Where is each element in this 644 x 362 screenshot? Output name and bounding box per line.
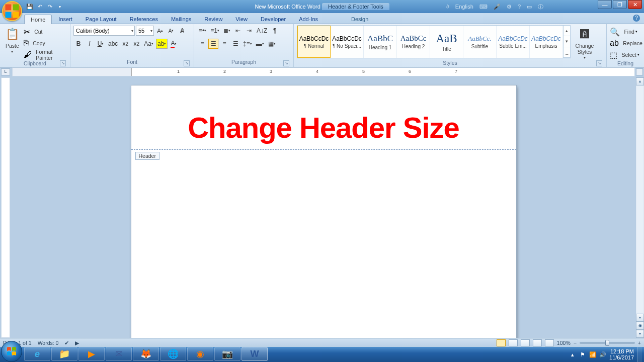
taskbar-ie[interactable]: e <box>24 347 50 361</box>
style-item-subtitle[interactable]: AaBbCc.Subtitle <box>463 26 497 58</box>
strikethrough-button[interactable]: abc <box>107 39 119 49</box>
tab-mailings[interactable]: Mailings <box>165 14 198 24</box>
close-button[interactable]: ✕ <box>628 0 642 9</box>
undo-icon[interactable]: ↶ <box>35 2 44 11</box>
tab-view[interactable]: View <box>229 14 254 24</box>
align-left-button[interactable]: ≡ <box>197 39 207 49</box>
language-label[interactable]: English <box>455 4 473 10</box>
tab-references[interactable]: References <box>123 14 165 24</box>
word-count[interactable]: Words: 0 <box>38 340 59 346</box>
previous-page-button[interactable]: ◉ <box>636 322 644 330</box>
cut-button[interactable]: ✂ Cut <box>24 26 67 37</box>
zoom-slider[interactable] <box>580 342 635 344</box>
shrink-font-button[interactable]: A▾ <box>166 26 176 36</box>
taskbar-media-player[interactable]: ▶ <box>78 347 105 361</box>
subscript-button[interactable]: x2 <box>120 39 130 49</box>
horizontal-ruler[interactable]: 1234567 <box>12 67 635 76</box>
scroll-up-button[interactable]: ▴ <box>636 77 644 85</box>
tab-review[interactable]: Review <box>198 14 229 24</box>
style-item-title[interactable]: AaBTitle <box>430 26 463 58</box>
decrease-indent-button[interactable]: ⇤ <box>233 26 243 36</box>
replace-button[interactable]: ab Replace <box>610 38 642 49</box>
tab-selector[interactable]: L <box>1 68 10 75</box>
styles-gallery[interactable]: AaBbCcDc¶ NormalAaBbCcDc¶ No Spaci...AaB… <box>297 25 571 58</box>
taskbar-explorer[interactable]: 📁 <box>51 347 77 361</box>
tab-design[interactable]: Design <box>345 14 375 24</box>
print-layout-view[interactable] <box>497 339 506 346</box>
tray-volume-icon[interactable]: 🔊 <box>599 351 606 358</box>
language-bar[interactable]: ঔ English ⌨ 🎤 ⚙ ? ▭ ⓘ <box>446 3 543 11</box>
help-icon[interactable]: ? <box>633 15 640 22</box>
taskbar-word[interactable]: W <box>242 347 268 361</box>
format-painter-button[interactable]: 🖌 Format Painter <box>24 49 67 60</box>
justify-button[interactable]: ☰ <box>230 39 240 49</box>
multilevel-list-button[interactable]: ≣▾ <box>222 26 232 36</box>
increase-indent-button[interactable]: ⇥ <box>244 26 254 36</box>
style-item-heading-2[interactable]: AaBbCcHeading 2 <box>397 26 430 58</box>
tray-show-hidden-icon[interactable]: ▴ <box>569 351 576 358</box>
taskbar-app-2[interactable]: ◉ <box>187 347 213 361</box>
change-case-button[interactable]: Aa▾ <box>142 39 155 49</box>
lang-keyboard-icon[interactable]: ⌨ <box>479 4 488 10</box>
tab-page-layout[interactable]: Page Layout <box>79 14 123 24</box>
ime-icon[interactable]: ঔ <box>446 4 449 10</box>
taskbar-clock[interactable]: 12:18 PM 11/6/2017 <box>609 348 634 360</box>
change-styles-button[interactable]: 🅰 Change Styles ▾ <box>573 25 597 60</box>
style-item-heading-1[interactable]: AaBbCHeading 1 <box>364 26 397 58</box>
style-item--normal[interactable]: AaBbCcDc¶ Normal <box>297 26 331 58</box>
lang-info-icon[interactable]: ⓘ <box>538 3 543 11</box>
start-button[interactable] <box>1 341 22 362</box>
proofing-icon[interactable]: ✔ <box>64 340 69 346</box>
underline-button[interactable]: U▾ <box>96 39 106 49</box>
lang-restore-icon[interactable]: ▭ <box>527 4 532 10</box>
tab-insert[interactable]: Insert <box>52 14 79 24</box>
bold-button[interactable]: B <box>73 39 84 49</box>
scroll-down-button[interactable]: ▾ <box>636 314 644 322</box>
superscript-button[interactable]: x2 <box>131 39 141 49</box>
shading-button[interactable]: ▬▾ <box>255 39 266 49</box>
qat-customize-icon[interactable]: ▾ <box>55 2 64 11</box>
taskbar-firefox[interactable]: 🦊 <box>133 347 159 361</box>
find-button[interactable]: 🔍 Find▾ <box>610 26 637 37</box>
lang-help-icon[interactable]: ? <box>518 4 521 10</box>
document-page[interactable]: Change Header Size Header <box>131 85 516 338</box>
taskbar-app-3[interactable]: 📷 <box>214 347 240 361</box>
header-text[interactable]: Change Header Size <box>141 111 506 144</box>
borders-button[interactable]: ▦▾ <box>267 39 277 49</box>
paragraph-dialog-launcher[interactable]: ↘ <box>283 60 289 66</box>
lang-gear-icon[interactable]: ⚙ <box>507 4 512 10</box>
align-right-button[interactable]: ≡ <box>219 39 229 49</box>
italic-button[interactable]: I <box>85 39 95 49</box>
next-page-button[interactable]: ▾ <box>636 330 644 338</box>
page-header-region[interactable]: Change Header Size <box>131 85 516 150</box>
show-desktop-button[interactable] <box>637 347 642 362</box>
scroll-track[interactable] <box>636 85 643 313</box>
font-color-button[interactable]: A▾ <box>169 39 179 49</box>
tab-home[interactable]: Home <box>24 15 52 24</box>
taskbar-app-1[interactable]: ✉ <box>106 347 132 361</box>
numbering-button[interactable]: ≡1▾ <box>209 26 221 36</box>
outline-view[interactable] <box>533 339 542 346</box>
style-item-subtle-em-[interactable]: AaBbCcDcSubtle Em... <box>497 26 530 58</box>
style-item--no-spaci-[interactable]: AaBbCcDc¶ No Spaci... <box>331 26 364 58</box>
select-button[interactable]: ⬚ Select▾ <box>610 49 639 60</box>
minimize-button[interactable]: — <box>598 0 612 9</box>
highlight-button[interactable]: ab▾ <box>156 39 168 49</box>
font-family-combo[interactable]: Calibri (Body)▾ <box>73 26 135 36</box>
macro-icon[interactable]: ▶ <box>75 340 79 346</box>
zoom-in-button[interactable]: + <box>638 340 641 346</box>
grow-font-button[interactable]: A▴ <box>155 26 165 36</box>
show-marks-button[interactable]: ¶ <box>270 26 280 36</box>
zoom-level[interactable]: 100% <box>557 340 571 346</box>
redo-icon[interactable]: ↷ <box>45 2 54 11</box>
maximize-button[interactable]: ❐ <box>613 0 627 9</box>
sort-button[interactable]: A↓Z <box>255 26 269 36</box>
clear-formatting-button[interactable]: A̷ <box>177 26 187 36</box>
styles-dialog-launcher[interactable]: ↘ <box>596 60 602 66</box>
paste-button[interactable]: 📋 Paste ▾ <box>3 25 22 54</box>
line-spacing-button[interactable]: ‡≡▾ <box>242 39 254 49</box>
lang-mic-icon[interactable]: 🎤 <box>494 4 501 10</box>
office-button[interactable] <box>2 1 22 21</box>
vertical-scrollbar[interactable]: ▴ ▾ ◉ ▾ <box>635 77 644 338</box>
tab-add-ins[interactable]: Add-Ins <box>292 14 325 24</box>
